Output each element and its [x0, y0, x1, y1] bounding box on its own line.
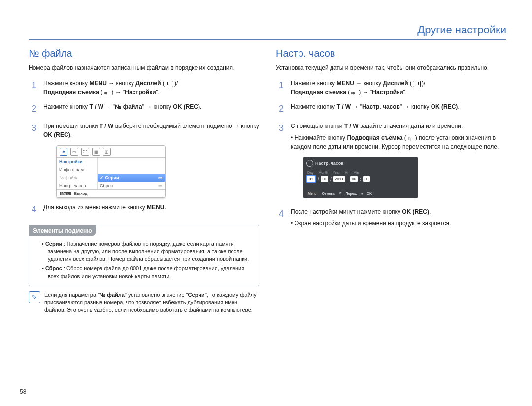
- series-icon: ▭: [158, 175, 163, 180]
- step-number: 4: [29, 203, 36, 216]
- step-number: 2: [29, 102, 36, 116]
- right-column: Настр. часов Установка текущей даты и вр…: [276, 48, 506, 313]
- clock-icon: [306, 160, 313, 167]
- step-body: С помощью кнопки T / W задайте значения …: [291, 122, 506, 151]
- tab-icon: ▭: [70, 148, 78, 156]
- step-number: 1: [276, 79, 284, 96]
- display-icon: [166, 81, 173, 87]
- file-no-heading: № файла: [29, 48, 259, 59]
- underwater-icon: ≋: [339, 191, 342, 195]
- rec-icon: ●: [361, 192, 363, 195]
- reset-icon: ▭: [158, 183, 163, 188]
- underwater-icon: [351, 90, 358, 95]
- display-icon: [413, 81, 421, 87]
- submenu-heading: Элементы подменю: [29, 225, 96, 236]
- underwater-icon: [103, 90, 110, 95]
- step-body: Нажмите кнопку MENU кнопку Дисплей ()/ П…: [291, 79, 506, 96]
- tab-icon: ⛶: [81, 148, 89, 156]
- ui-screenshot-menu: ✱ ▭ ⛶ ▦ ◫ Настройки Инфо о пам. № файла✓…: [56, 145, 166, 198]
- step-body: При помощи кнопки T / W выберите необход…: [43, 122, 259, 139]
- menu-chip: Menu: [60, 192, 71, 195]
- file-no-lead: Номера файлов назначаются записанным фай…: [29, 64, 259, 72]
- clock-lead: Установка текущей даты и времени так, чт…: [276, 64, 506, 72]
- step-body: Нажмите кнопку MENU кнопку Дисплей ()/ П…: [43, 79, 259, 96]
- step-body: Нажмите кнопку T / W → "Настр. часов" → …: [291, 102, 506, 116]
- step-number: 3: [29, 122, 36, 139]
- page-header: Другие настройки: [29, 24, 506, 40]
- submenu-box: Элементы подменю Серии : Назначение номе…: [29, 225, 259, 286]
- gear-icon: ✱: [60, 148, 67, 156]
- info-note: ✎ Если для параметра "№ файла" установле…: [29, 291, 259, 313]
- step-number: 1: [29, 79, 36, 96]
- step-body: После настройки минут нажмите кнопку OK …: [291, 207, 506, 228]
- step-number: 3: [276, 122, 284, 151]
- page-number: 58: [20, 388, 26, 395]
- step-number: 4: [276, 207, 284, 228]
- step-number: 2: [276, 102, 284, 116]
- underwater-icon: [407, 136, 414, 141]
- info-icon: ✎: [29, 291, 40, 303]
- clock-heading: Настр. часов: [276, 48, 506, 59]
- tab-icon: ▦: [92, 148, 100, 156]
- ui-screenshot-clock: Настр. часов DayMonthYearHrMin 01/ 01/ 2…: [303, 157, 418, 198]
- tab-icon: ◫: [103, 148, 111, 156]
- menu-chip: Menu: [306, 192, 318, 195]
- left-column: № файла Номера файлов назначаются записа…: [29, 48, 259, 313]
- step-body: Нажмите кнопку T / W → "№ файла" → кнопк…: [43, 102, 259, 116]
- step-body: Для выхода из меню нажмите кнопку MENU.: [43, 203, 259, 216]
